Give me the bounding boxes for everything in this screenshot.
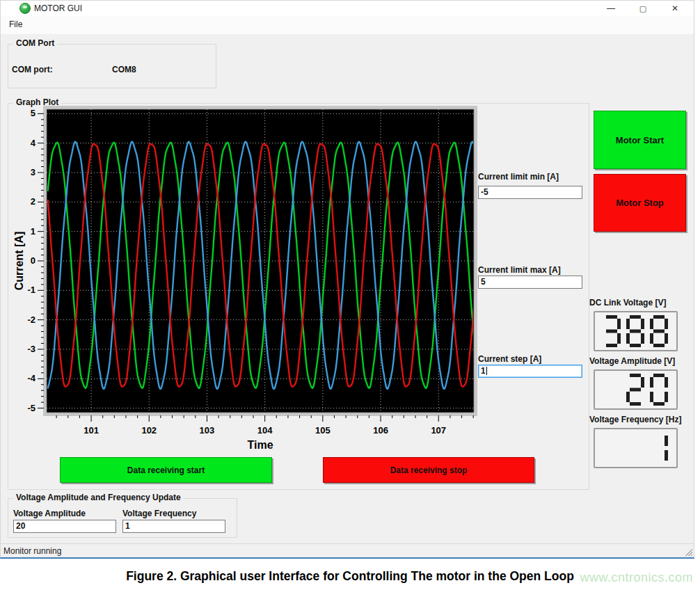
svg-text:-1: -1 — [27, 285, 35, 295]
voltage-frequency-value: 1 — [125, 521, 130, 531]
motor-stop-button[interactable]: Motor Stop — [594, 174, 686, 232]
seven-segment-digits — [650, 432, 668, 464]
data-receiving-stop-button[interactable]: Data receiving stop — [323, 457, 534, 483]
caption-area: www.cntronics.com Figure 2. Graphical us… — [0, 561, 700, 590]
svg-text:4: 4 — [31, 138, 36, 148]
titlebar: MOTOR GUI — ▢ ✕ — [1, 1, 694, 16]
menu-item-file[interactable]: File — [6, 19, 25, 29]
current-limit-min-value: -5 — [481, 187, 488, 197]
text-caret — [486, 367, 487, 375]
com-port-value: COM8 — [112, 65, 136, 74]
minimize-button[interactable]: — — [599, 1, 623, 16]
current-step-label: Current step [A] — [478, 354, 541, 364]
svg-text:1: 1 — [31, 226, 35, 237]
svg-text:2: 2 — [31, 196, 35, 207]
svg-text:3: 3 — [31, 167, 35, 177]
figure-caption: Figure 2. Graphical user Interface for C… — [0, 569, 700, 584]
voltage-amplitude-label: Voltage Amplitude — [13, 509, 86, 518]
app-icon — [19, 3, 31, 14]
menubar: File — [1, 16, 694, 34]
status-bar: Monitor running — [1, 543, 694, 557]
page: MOTOR GUI — ▢ ✕ File COM Port COM port: … — [0, 0, 700, 590]
svg-text:103: 103 — [200, 425, 215, 436]
resize-grip-icon[interactable] — [684, 548, 692, 556]
voltage-frequency-display — [594, 428, 678, 468]
svg-text:-5: -5 — [27, 403, 35, 413]
voltage-frequency-display-label: Voltage Frequency [Hz] — [589, 415, 681, 424]
x-axis-title: Time — [247, 439, 273, 451]
svg-text:-4: -4 — [27, 373, 35, 383]
status-text: Monitor running — [3, 546, 61, 556]
svg-text:106: 106 — [373, 425, 388, 436]
motor-start-button[interactable]: Motor Start — [594, 111, 686, 169]
current-step-value: 1 — [481, 366, 486, 376]
com-port-label: COM port: — [12, 65, 53, 74]
window-title: MOTOR GUI — [34, 3, 82, 13]
current-limit-max-label: Current limit max [A] — [478, 265, 561, 275]
app-window: MOTOR GUI — ▢ ✕ File COM Port COM port: … — [0, 0, 694, 559]
current-waveform-chart: 101102103104105106107-5-4-3-2-1012345Tim… — [13, 105, 486, 453]
maximize-button[interactable]: ▢ — [631, 1, 655, 16]
current-limit-min-label: Current limit min [A] — [478, 172, 559, 182]
seven-segment-digits — [603, 315, 668, 347]
voltage-frequency-input[interactable]: 1 — [122, 520, 225, 533]
y-axis-title: Current [A] — [13, 232, 25, 290]
svg-text:101: 101 — [83, 425, 99, 436]
svg-text:107: 107 — [431, 425, 446, 436]
data-receiving-start-button[interactable]: Data receiving start — [60, 457, 272, 483]
com-port-group-title: COM Port — [13, 38, 57, 48]
voltage-amplitude-input[interactable]: 20 — [13, 520, 116, 533]
svg-text:-3: -3 — [27, 344, 35, 354]
svg-text:0: 0 — [31, 255, 35, 266]
svg-text:104: 104 — [257, 425, 273, 436]
svg-text:-2: -2 — [27, 314, 35, 325]
voltage-update-group-title: Voltage Amplitude and Frequency Update — [13, 493, 184, 502]
dc-link-voltage-label: DC Link Voltage [V] — [589, 298, 666, 308]
voltage-amplitude-display — [594, 369, 678, 410]
svg-text:102: 102 — [141, 425, 157, 436]
voltage-amplitude-display-label: Voltage Amplitude [V] — [589, 356, 675, 366]
current-limit-max-input[interactable]: 5 — [478, 276, 582, 289]
svg-text:5: 5 — [31, 108, 35, 118]
svg-text:105: 105 — [315, 425, 331, 436]
current-limit-max-value: 5 — [481, 277, 486, 287]
seven-segment-digits — [626, 374, 668, 406]
close-button[interactable]: ✕ — [663, 1, 687, 16]
current-limit-min-input[interactable]: -5 — [478, 186, 582, 199]
dc-link-voltage-display — [594, 311, 678, 351]
voltage-frequency-label: Voltage Frequency — [122, 509, 196, 518]
current-step-input[interactable]: 1 — [478, 365, 582, 378]
voltage-amplitude-value: 20 — [16, 521, 25, 531]
